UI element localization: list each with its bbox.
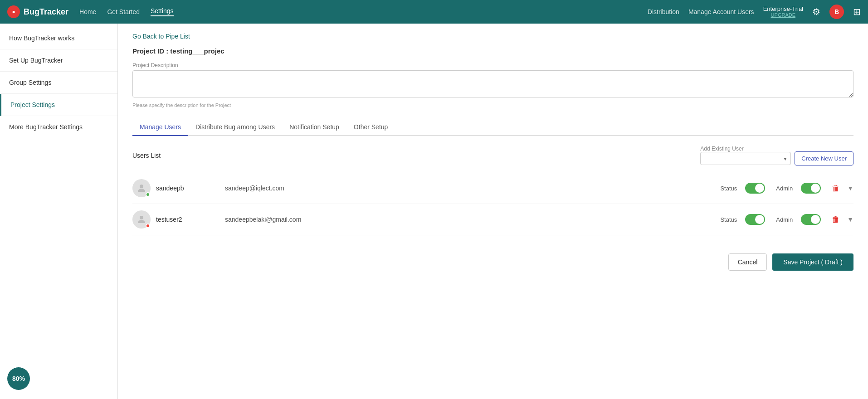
status-label-0: Status (720, 185, 737, 192)
sidebar: How BugTracker works Set Up BugTracker G… (0, 24, 118, 399)
users-list-label: Users List (132, 152, 700, 159)
project-id: Project ID : testing___projec (132, 47, 853, 55)
status-toggle-1[interactable] (745, 214, 765, 225)
table-row: testuser2 sandeepbelaki@gmail.com Status… (132, 204, 853, 235)
back-link[interactable]: Go Back to Pipe List (132, 33, 190, 40)
topnav-right: Distribution Manage Account Users Enterp… (648, 5, 861, 19)
nav-manage-account-users[interactable]: Manage Account Users (688, 8, 754, 15)
upgrade-link[interactable]: UPGRADE (763, 12, 803, 18)
sidebar-item-how[interactable]: How BugTracker works (0, 27, 117, 49)
nav-settings[interactable]: Settings (151, 7, 174, 16)
user-email-0: sandeep@iqlect.com (225, 185, 715, 192)
sidebar-item-group[interactable]: Group Settings (0, 72, 117, 94)
tabs: Manage Users Distribute Bug among Users … (132, 119, 853, 136)
settings-icon[interactable]: ⚙ (812, 6, 820, 17)
user-email-1: sandeepbelaki@gmail.com (225, 216, 715, 223)
status-label-1: Status (720, 216, 737, 223)
description-label: Project Description (132, 62, 853, 68)
status-dot-0 (146, 192, 150, 197)
expand-user-button-0[interactable]: ▼ (847, 185, 853, 192)
user-name-1: testuser2 (156, 216, 219, 223)
status-toggle-0[interactable] (745, 183, 765, 194)
add-existing-select-wrap (700, 152, 791, 165)
nav-home[interactable]: Home (79, 8, 96, 15)
add-existing-select[interactable] (700, 152, 791, 165)
user-avatar-0 (132, 179, 151, 197)
delete-user-button-0[interactable]: 🗑 (832, 184, 840, 193)
apps-icon[interactable]: ⊞ (853, 6, 861, 17)
user-avatar[interactable]: B (829, 5, 844, 19)
enterprise-badge: Enterprise-Trial UPGRADE (763, 5, 803, 19)
layout: How BugTracker works Set Up BugTracker G… (0, 24, 868, 399)
tab-distribute-bug[interactable]: Distribute Bug among Users (188, 119, 282, 136)
table-row: sandeepb sandeep@iqlect.com Status Admin… (132, 173, 853, 204)
svg-point-0 (140, 185, 143, 188)
expand-user-button-1[interactable]: ▼ (847, 216, 853, 223)
description-hint: Please specify the description for the P… (132, 102, 853, 108)
progress-badge: 80% (7, 367, 30, 390)
users-header: Users List Add Existing User Create New … (132, 145, 853, 165)
user-name-0: sandeepb (156, 185, 219, 192)
toggle-knob-status-0 (755, 184, 764, 193)
logo[interactable]: ● BugTracker (7, 5, 68, 18)
topnav: ● BugTracker Home Get Started Settings D… (0, 0, 868, 24)
app-name: BugTracker (24, 7, 68, 17)
nav-distribution[interactable]: Distribution (648, 8, 679, 15)
role-toggle-1[interactable] (801, 214, 821, 225)
role-toggle-0[interactable] (801, 183, 821, 194)
create-new-user-button[interactable]: Create New User (795, 151, 853, 165)
toggle-knob-role-0 (811, 184, 820, 193)
svg-point-1 (140, 216, 143, 219)
user-avatar-1 (132, 210, 151, 229)
save-project-button[interactable]: Save Project ( Draft ) (772, 253, 853, 271)
toggle-knob-role-1 (811, 215, 820, 224)
add-existing-user: Add Existing User Create New User (700, 145, 853, 165)
nav-get-started[interactable]: Get Started (107, 8, 140, 15)
description-field: Project Description (132, 62, 853, 99)
sidebar-item-project[interactable]: Project Settings (0, 94, 117, 116)
tab-other-setup[interactable]: Other Setup (346, 119, 395, 136)
tab-manage-users[interactable]: Manage Users (132, 119, 188, 136)
toggle-knob-status-1 (755, 215, 764, 224)
delete-user-button-1[interactable]: 🗑 (832, 215, 840, 224)
tab-notification-setup[interactable]: Notification Setup (282, 119, 346, 136)
users-list: sandeepb sandeep@iqlect.com Status Admin… (132, 173, 853, 235)
main-content: Go Back to Pipe List Project ID : testin… (118, 24, 868, 399)
add-existing-label: Add Existing User (700, 146, 743, 152)
footer-actions: Cancel Save Project ( Draft ) (132, 253, 853, 280)
enterprise-tier: Enterprise-Trial (763, 5, 803, 13)
cancel-button[interactable]: Cancel (728, 253, 767, 271)
status-dot-1 (146, 224, 150, 228)
logo-icon: ● (7, 5, 20, 18)
role-label-1: Admin (776, 216, 793, 223)
sidebar-item-more[interactable]: More BugTracker Settings (0, 116, 117, 138)
sidebar-item-setup[interactable]: Set Up BugTracker (0, 49, 117, 72)
role-label-0: Admin (776, 185, 793, 192)
description-textarea[interactable] (132, 70, 853, 97)
